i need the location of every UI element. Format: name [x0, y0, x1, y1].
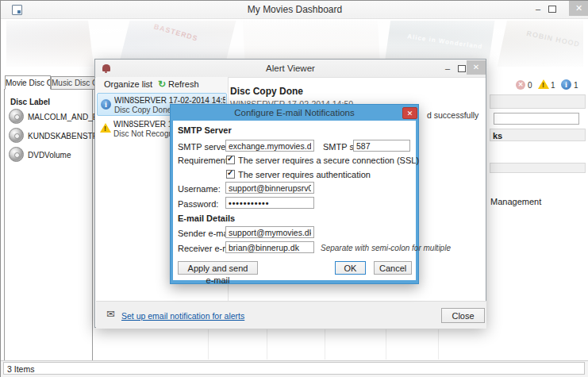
maximize-icon[interactable]: [458, 65, 466, 72]
management-text-fragment: Management: [490, 197, 541, 206]
status-bar-cell: [3, 362, 585, 375]
cancel-button[interactable]: Cancel: [374, 261, 412, 275]
refresh-icon[interactable]: ↻: [158, 79, 166, 90]
alert-detail-text-fragment: d successfully: [427, 110, 478, 120]
maximize-icon[interactable]: [548, 6, 556, 13]
background-section-bar: [490, 94, 586, 109]
disc-label-column-header: Disc Label: [10, 98, 50, 106]
alert-viewer-titlebar: Alert Viewer – ✕: [95, 60, 486, 78]
list-column-divider: [438, 329, 439, 360]
list-column-divider: [208, 329, 209, 360]
disc-label: DVDVolume: [28, 151, 71, 160]
refresh-button[interactable]: Refresh: [168, 79, 199, 89]
my-movies-dashboard-window: My Movies Dashboard – ✕ BASTERDS Alice i…: [0, 0, 588, 377]
disc-row[interactable]: MALCOLM_AND_EDDIE_: [9, 109, 91, 128]
setup-email-notification-link[interactable]: Set up email notification for alerts: [121, 311, 244, 321]
receiver-email-input[interactable]: [225, 241, 314, 253]
smtp-server-section-title: SMTP Server: [178, 125, 232, 135]
minimize-icon[interactable]: –: [440, 62, 455, 75]
authentication-checkbox[interactable]: [226, 170, 235, 179]
ssl-checkbox[interactable]: [226, 156, 235, 164]
close-icon[interactable]: ✕: [569, 1, 588, 16]
list-column-divider: [267, 329, 267, 360]
items-count-text: 3 Items: [7, 364, 34, 374]
background-input-field[interactable]: [494, 113, 579, 125]
minimize-icon[interactable]: –: [531, 2, 545, 15]
username-input[interactable]: [225, 182, 314, 194]
ssl-checkbox-label[interactable]: The server requires a secure connection …: [238, 156, 419, 165]
email-icon: ✉: [106, 308, 115, 320]
warnings-count: 1: [551, 81, 555, 90]
receiver-email-note: Separate with semi-colon for multiple: [321, 244, 451, 252]
errors-count: 0: [528, 81, 532, 90]
list-column-divider: [386, 329, 386, 360]
info-icon: i: [561, 79, 571, 90]
smtp-server-name-input[interactable]: [225, 140, 314, 152]
dialog-body: SMTP Server SMTP server name: SMTP serve…: [173, 121, 416, 280]
background-section-bar: ks: [490, 129, 586, 141]
configure-email-notifications-dialog: Configure E-mail Notifications ✕ SMTP Se…: [170, 104, 419, 284]
ok-button[interactable]: OK: [335, 261, 366, 275]
errors-icon: ✕: [516, 80, 525, 90]
close-icon[interactable]: ✕: [402, 107, 417, 119]
apply-and-send-button[interactable]: Apply and send e-mail: [178, 261, 258, 275]
tab-music-disc-copier[interactable]: Music Disc C: [51, 76, 98, 90]
dialog-title: Configure E-mail Notifications: [171, 108, 418, 117]
smtp-server-port-input[interactable]: [353, 140, 410, 152]
password-input[interactable]: [225, 197, 314, 209]
alert-viewer-title: Alert Viewer: [95, 63, 486, 73]
disc-icon: [9, 109, 24, 124]
alert-viewer-toolbar: Organize list ↻ Refresh: [96, 77, 229, 94]
alert-detail-title: Disc Copy Done: [230, 86, 303, 97]
main-window-title: My Movies Dashboard: [1, 4, 588, 15]
disc-row[interactable]: KUNDSKABENSTRAE_DVD: [9, 128, 91, 147]
main-titlebar: My Movies Dashboard – ✕: [1, 1, 588, 19]
tab-movie-disc-copier[interactable]: Movie Disc Copier: [5, 75, 51, 90]
password-label: Password:: [178, 199, 218, 209]
email-details-section-title: E-mail Details: [178, 214, 235, 223]
sender-email-input[interactable]: [225, 226, 314, 238]
alert-summary: Disc Copy Done: [114, 106, 171, 114]
section-header-fragment: ks: [493, 131, 502, 140]
info-icon: i: [101, 99, 111, 110]
info-count: 1: [574, 81, 578, 90]
background-section-bar: [490, 163, 586, 173]
disc-icon: [9, 128, 24, 143]
authentication-checkbox-label[interactable]: The server requires authentication: [238, 170, 371, 179]
disc-row[interactable]: DVDVolume: [9, 147, 91, 166]
username-label: Username:: [178, 184, 221, 194]
warning-icon: [100, 123, 111, 133]
list-column-divider: [325, 329, 325, 360]
warnings-icon: [538, 79, 549, 89]
close-button[interactable]: Close: [441, 308, 485, 323]
alert-viewer-footer: ✉ Set up email notification for alerts C…: [96, 301, 486, 329]
organize-list-button[interactable]: Organize list: [104, 79, 152, 89]
close-icon[interactable]: ✕: [467, 60, 486, 75]
disc-icon: [9, 147, 24, 162]
